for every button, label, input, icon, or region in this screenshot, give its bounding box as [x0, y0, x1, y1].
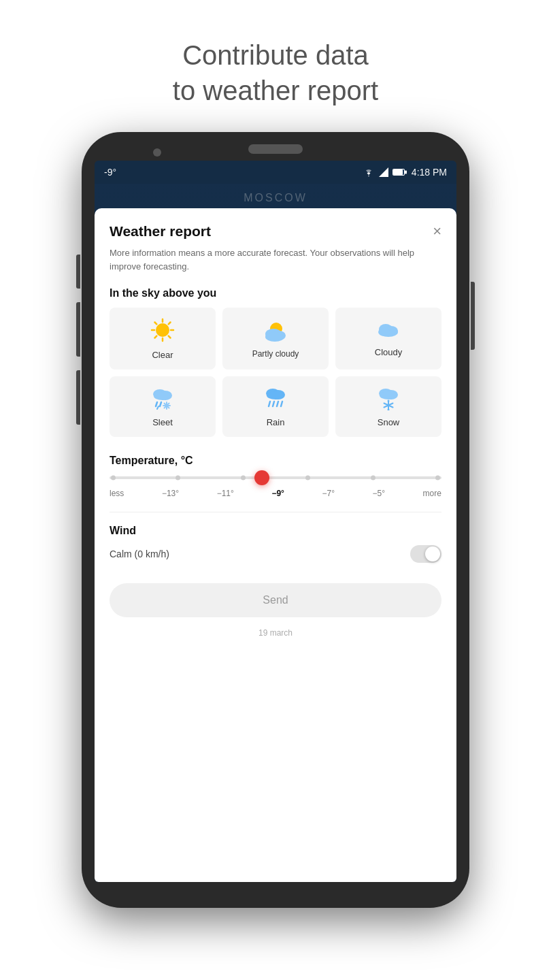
slider-dot — [435, 476, 440, 480]
modal-title: Weather report — [110, 223, 211, 240]
partly-cloudy-icon — [261, 319, 290, 345]
wind-section: Wind Calm (0 km/h) — [110, 512, 441, 563]
modal-subtitle: More information means a more accurate f… — [110, 246, 441, 274]
slider-dot — [371, 476, 375, 480]
svg-line-35 — [269, 402, 270, 406]
slider-thumb[interactable] — [254, 470, 269, 485]
time-display: 4:18 PM — [412, 167, 447, 178]
slider-dot — [111, 476, 116, 480]
svg-point-41 — [380, 391, 397, 399]
temp-label-less: less — [110, 489, 124, 498]
signal-icon — [379, 167, 388, 177]
weather-option-rain[interactable]: Rain — [222, 376, 329, 437]
svg-marker-0 — [379, 167, 388, 177]
weather-option-snow[interactable]: Snow — [335, 376, 441, 437]
svg-point-21 — [378, 328, 390, 336]
header-line2: to weather report — [173, 76, 378, 105]
page-header: Contribute data to weather report — [118, 0, 433, 125]
clear-icon — [150, 317, 176, 346]
svg-point-24 — [154, 392, 171, 400]
header-line1: Contribute data — [182, 40, 369, 70]
wifi-icon — [363, 167, 375, 177]
svg-point-5 — [156, 323, 169, 337]
send-button[interactable]: Send — [110, 583, 441, 617]
weather-option-partly-cloudy[interactable]: Partly cloudy — [222, 308, 329, 370]
sleet-icon — [149, 386, 176, 413]
slider-dot — [241, 476, 246, 480]
modal-dialog: Weather report × More information means … — [95, 208, 456, 882]
status-icons: 4:18 PM — [363, 167, 447, 178]
temp-labels: less −13° −11° −9° −7° −5° more — [110, 489, 441, 498]
svg-line-10 — [155, 323, 157, 325]
send-button-container: Send — [110, 575, 441, 628]
weather-option-cloudy[interactable]: Cloudy — [335, 308, 441, 370]
temp-label-minus5: −5° — [373, 489, 385, 498]
snow-icon — [375, 386, 402, 413]
svg-point-17 — [265, 332, 284, 342]
svg-line-36 — [273, 402, 274, 406]
wind-section-title: Wind — [110, 525, 441, 537]
svg-line-13 — [155, 336, 157, 338]
phone-top — [82, 132, 469, 161]
temp-label-minus13: −13° — [162, 489, 179, 498]
snow-label: Snow — [378, 417, 400, 427]
svg-line-11 — [169, 336, 171, 338]
cloudy-icon — [375, 320, 402, 343]
cloudy-label: Cloudy — [375, 347, 402, 357]
wind-label: Calm (0 km/h) — [110, 549, 169, 559]
partly-cloudy-label: Partly cloudy — [252, 349, 299, 359]
svg-line-26 — [160, 402, 161, 406]
svg-line-38 — [281, 402, 282, 406]
svg-point-34 — [267, 391, 284, 399]
close-button[interactable]: × — [433, 224, 441, 239]
svg-line-37 — [277, 402, 278, 406]
svg-point-45 — [388, 400, 390, 402]
temp-section-title: Temperature, °C — [110, 455, 441, 467]
weather-option-sleet[interactable]: Sleet — [110, 376, 216, 437]
slider-track — [110, 476, 441, 479]
weather-option-clear[interactable]: Clear — [110, 308, 216, 370]
weather-options-grid: Clear Partly cloudy — [110, 308, 441, 437]
wind-row: Calm (0 km/h) — [110, 545, 441, 563]
rain-icon — [262, 386, 289, 413]
temp-slider-container[interactable] — [110, 476, 441, 479]
svg-rect-2 — [405, 171, 407, 174]
temp-label-more: more — [423, 489, 441, 498]
slider-dot — [305, 476, 310, 480]
phone-camera — [153, 148, 161, 157]
modal-header: Weather report × — [110, 223, 441, 240]
temp-section: Temperature, °C — [110, 455, 441, 498]
temp-label-minus7: −7° — [322, 489, 334, 498]
temp-label-minus9: −9° — [271, 489, 284, 498]
temperature-display: -9° — [104, 167, 116, 178]
date-bar: 19 march — [110, 628, 441, 643]
sky-section-title: In the sky above you — [110, 287, 441, 299]
rain-label: Rain — [267, 417, 285, 427]
phone-frame: -9° 4 — [82, 132, 469, 908]
sky-section: In the sky above you — [110, 287, 441, 437]
svg-line-27 — [157, 406, 158, 409]
toggle-thumb — [425, 546, 440, 561]
phone-screen: -9° 4 — [95, 161, 456, 882]
battery-icon — [393, 168, 407, 176]
svg-line-12 — [169, 323, 171, 325]
temp-label-minus11: −11° — [217, 489, 234, 498]
wind-toggle[interactable] — [410, 545, 441, 563]
clear-label: Clear — [152, 350, 173, 360]
phone-speaker — [248, 144, 303, 154]
svg-point-46 — [388, 409, 390, 411]
svg-rect-4 — [393, 169, 403, 175]
status-bar: -9° 4 — [95, 161, 456, 184]
slider-dot — [176, 476, 180, 480]
sleet-label: Sleet — [152, 417, 173, 427]
svg-line-25 — [156, 402, 157, 406]
